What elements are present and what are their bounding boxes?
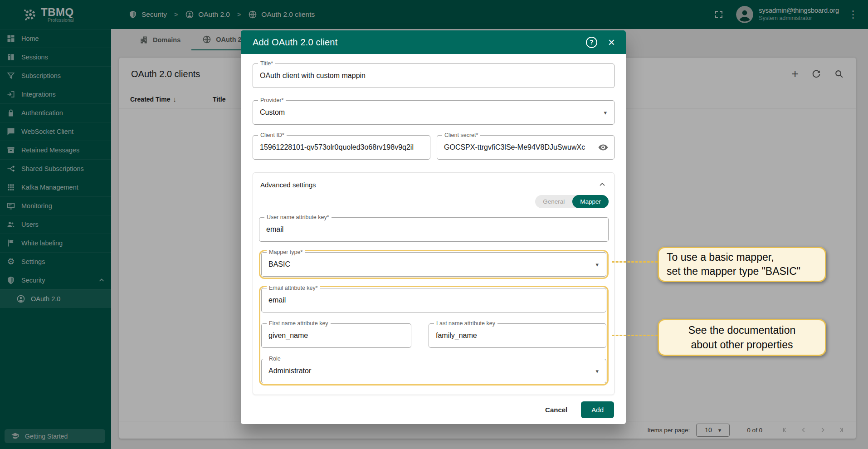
chevron-down-icon: ▾ bbox=[595, 368, 599, 375]
eye-icon[interactable] bbox=[598, 142, 609, 153]
client-id-label: Client ID* bbox=[258, 132, 287, 138]
client-id-input[interactable] bbox=[253, 136, 430, 159]
last-name-attribute-key-field: Last name attribute key bbox=[429, 323, 606, 348]
client-id-field: Client ID* bbox=[253, 135, 430, 160]
client-secret-label: Client secret* bbox=[442, 132, 480, 138]
callout-documentation: See the documentation about other proper… bbox=[658, 319, 826, 356]
help-icon[interactable]: ? bbox=[586, 37, 597, 48]
email-attribute-key-field: Email attribute key* bbox=[261, 288, 606, 312]
dashed-connector-docs bbox=[612, 335, 658, 336]
dashed-connector-mapper bbox=[612, 261, 658, 263]
mapper-type-value: BASIC bbox=[262, 260, 297, 268]
chevron-up-icon bbox=[598, 180, 607, 189]
email-attribute-key-input[interactable] bbox=[262, 288, 606, 312]
chevron-down-icon: ▾ bbox=[595, 261, 599, 268]
provider-value: Custom bbox=[253, 108, 292, 117]
user-name-attribute-key-field: User name attribute key* bbox=[259, 217, 609, 242]
mapper-type-label: Mapper type* bbox=[267, 249, 305, 255]
close-icon[interactable]: × bbox=[608, 37, 615, 48]
cancel-button[interactable]: Cancel bbox=[545, 406, 567, 414]
title-input[interactable] bbox=[253, 64, 614, 88]
add-oauth-client-dialog: Add OAuth 2.0 client ? × Title* Provider… bbox=[241, 30, 626, 424]
provider-select[interactable]: Provider* Custom ▾ bbox=[253, 100, 614, 125]
role-label: Role bbox=[267, 356, 283, 362]
title-field-label: Title* bbox=[258, 60, 275, 67]
user-name-attribute-key-input[interactable] bbox=[259, 218, 608, 241]
mapper-type-select[interactable]: Mapper type* BASIC ▾ bbox=[261, 252, 606, 277]
dialog-header: Add OAuth 2.0 client ? × bbox=[241, 30, 626, 54]
first-name-attribute-key-label: First name attribute key bbox=[267, 320, 331, 327]
dialog-title: Add OAuth 2.0 client bbox=[253, 37, 586, 48]
first-name-attribute-key-field: First name attribute key bbox=[261, 323, 411, 348]
toggle-general[interactable]: General bbox=[535, 198, 572, 205]
user-name-attribute-key-label: User name attribute key* bbox=[264, 214, 332, 220]
last-name-attribute-key-label: Last name attribute key bbox=[434, 320, 497, 327]
mapper-toggle-group: General Mapper bbox=[535, 195, 609, 208]
advanced-settings-title: Advanced settings bbox=[260, 181, 316, 189]
chevron-down-icon: ▾ bbox=[604, 109, 607, 116]
add-button[interactable]: Add bbox=[581, 401, 614, 418]
role-value: Administrator bbox=[262, 367, 318, 375]
client-secret-field: Client secret* bbox=[437, 135, 614, 160]
callout-mapper-type: To use a basic mapper, set the mapper ty… bbox=[658, 247, 826, 282]
last-name-attribute-key-input[interactable] bbox=[429, 324, 606, 347]
advanced-settings-header[interactable]: Advanced settings bbox=[259, 180, 609, 189]
mapper-type-highlight-ring: Mapper type* BASIC ▾ bbox=[259, 250, 609, 279]
client-secret-input[interactable] bbox=[437, 136, 614, 159]
basic-mapper-highlight-ring: Email attribute key* First name attribut… bbox=[259, 286, 609, 386]
email-attribute-key-label: Email attribute key* bbox=[267, 285, 320, 291]
role-select[interactable]: Role Administrator ▾ bbox=[261, 359, 606, 383]
toggle-mapper[interactable]: Mapper bbox=[572, 195, 609, 208]
advanced-settings-panel: Advanced settings General Mapper User na… bbox=[253, 172, 614, 395]
title-field: Title* bbox=[253, 63, 614, 88]
first-name-attribute-key-input[interactable] bbox=[262, 324, 411, 347]
provider-field-label: Provider* bbox=[258, 97, 286, 103]
